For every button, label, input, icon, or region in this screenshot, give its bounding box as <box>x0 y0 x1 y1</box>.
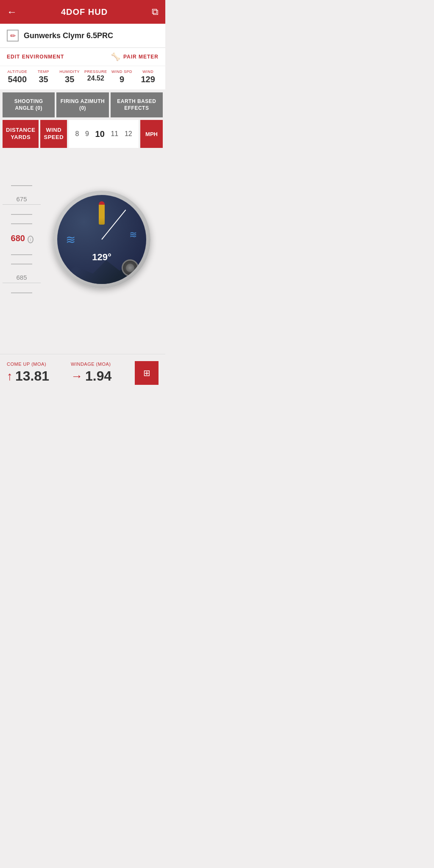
compass-outer[interactable]: ≋ ≋ 129° <box>53 191 150 288</box>
wind-number-selector: 8 9 10 11 12 <box>69 120 139 148</box>
stats-row: ALTITUDE 5400 TEMP 35 HUMIDITY 35 PRESSU… <box>0 66 165 90</box>
stat-pressure: PRESSURE 24.52 <box>83 70 109 82</box>
header-title: 4DOF HUD <box>61 7 108 17</box>
altitude-value: 5400 <box>8 75 27 84</box>
wind-speed-label: WIND SPD <box>111 70 132 74</box>
bullet-indicator <box>99 201 105 225</box>
edit-environment-button[interactable]: EDIT ENVIRONMENT <box>7 54 64 60</box>
wind-num-8[interactable]: 8 <box>75 130 79 138</box>
dist-spacer-3 <box>11 223 32 224</box>
bluetooth-icon: 🦴 <box>111 52 121 61</box>
wind-label: WIND <box>142 70 153 74</box>
dist-spacer-4 <box>11 254 32 255</box>
mph-button[interactable]: MPH <box>140 120 163 148</box>
distance-wind-row: DISTANCEYARDS WINDSPEED 8 9 10 11 12 MPH <box>0 120 165 150</box>
wind-speed-button[interactable]: WINDSPEED <box>40 120 67 148</box>
stat-wind-speed: WIND SPD 9 <box>109 70 135 84</box>
bottom-section: COME UP (MOA) ↑ 13.81 WINDAGE (MOA) → 1.… <box>0 354 165 392</box>
wind-num-10[interactable]: 10 <box>95 129 105 139</box>
degree-display: 129° <box>92 252 111 263</box>
wind-right-icon: ≋ <box>129 229 137 240</box>
main-content: 675 680 i 685 ≋ ≋ 129° <box>0 150 165 328</box>
windage-number: 1.94 <box>85 368 111 384</box>
come-up-value: ↑ 13.81 <box>7 368 71 384</box>
compass-area: ≋ ≋ 129° <box>41 153 163 326</box>
pair-meter-label: PAIR METER <box>123 54 159 60</box>
distance-yards-button[interactable]: DISTANCEYARDS <box>3 120 39 148</box>
gun-name: Gunwerks Clymr 6.5PRC <box>24 31 113 40</box>
dist-680[interactable]: 680 <box>10 234 26 245</box>
stat-altitude: ALTITUDE 5400 <box>4 70 31 84</box>
gun-edit-icon[interactable]: ✏ <box>7 30 19 42</box>
back-button[interactable]: ← <box>7 6 17 18</box>
windage-arrow: → <box>71 370 83 383</box>
app-header: ← 4DOF HUD ⧉ <box>0 0 165 24</box>
humidity-label: HUMIDITY <box>59 70 80 74</box>
wind-value: 129 <box>141 75 155 84</box>
pressure-label: PRESSURE <box>84 70 107 74</box>
dist-info-icon[interactable]: i <box>28 236 33 243</box>
spacer-section <box>0 328 165 354</box>
compass-inner: ≋ ≋ 129° <box>57 195 146 284</box>
compass-knob[interactable] <box>122 259 139 276</box>
copy-icon[interactable]: ⧉ <box>152 6 159 17</box>
dist-spacer-6 <box>11 292 32 293</box>
windage-value: → 1.94 <box>71 368 135 384</box>
come-up-arrow: ↑ <box>7 370 13 383</box>
windage-label: WINDAGE (MOA) <box>71 362 135 367</box>
windage-panel: WINDAGE (MOA) → 1.94 <box>71 362 135 384</box>
temp-value: 35 <box>39 75 48 84</box>
pressure-value: 24.52 <box>87 75 104 82</box>
button-group-row: SHOOTINGANGLE (0) FIRING AZIMUTH(0) EART… <box>0 90 165 120</box>
temp-label: TEMP <box>38 70 49 74</box>
humidity-value: 35 <box>65 75 74 84</box>
wind-left-icon: ≋ <box>66 232 75 246</box>
dist-spacer-2 <box>11 214 32 215</box>
wind-speed-value: 9 <box>120 75 124 84</box>
dist-spacer-1 <box>11 185 32 186</box>
env-row: EDIT ENVIRONMENT 🦴 PAIR METER <box>0 48 165 66</box>
stat-humidity: HUMIDITY 35 <box>56 70 83 84</box>
altitude-label: ALTITUDE <box>7 70 27 74</box>
firing-azimuth-button[interactable]: FIRING AZIMUTH(0) <box>56 92 108 117</box>
come-up-number: 13.81 <box>15 368 49 384</box>
dist-675[interactable]: 675 <box>3 195 41 205</box>
come-up-label: COME UP (MOA) <box>7 362 71 367</box>
dist-685[interactable]: 685 <box>3 274 41 283</box>
stat-temp: TEMP 35 <box>31 70 57 84</box>
wind-num-12[interactable]: 12 <box>125 130 132 138</box>
wind-num-11[interactable]: 11 <box>111 130 118 138</box>
dist-spacer-5 <box>11 264 32 264</box>
come-up-panel: COME UP (MOA) ↑ 13.81 <box>7 362 71 384</box>
grid-button[interactable]: ⊞ <box>135 361 159 385</box>
compass-knob-inner <box>126 264 134 272</box>
pair-meter-button[interactable]: 🦴 PAIR METER <box>111 52 159 61</box>
shooting-angle-button[interactable]: SHOOTINGANGLE (0) <box>3 92 55 117</box>
gun-row: ✏ Gunwerks Clymr 6.5PRC <box>0 24 165 48</box>
stat-wind: WIND 129 <box>135 70 161 84</box>
wind-num-9[interactable]: 9 <box>85 130 89 138</box>
distance-list: 675 680 i 685 <box>3 153 41 326</box>
earth-based-button[interactable]: EARTH BASEDEFFECTS <box>111 92 163 117</box>
compass-needle <box>101 209 126 239</box>
dist-active-row: 680 i <box>10 228 33 250</box>
